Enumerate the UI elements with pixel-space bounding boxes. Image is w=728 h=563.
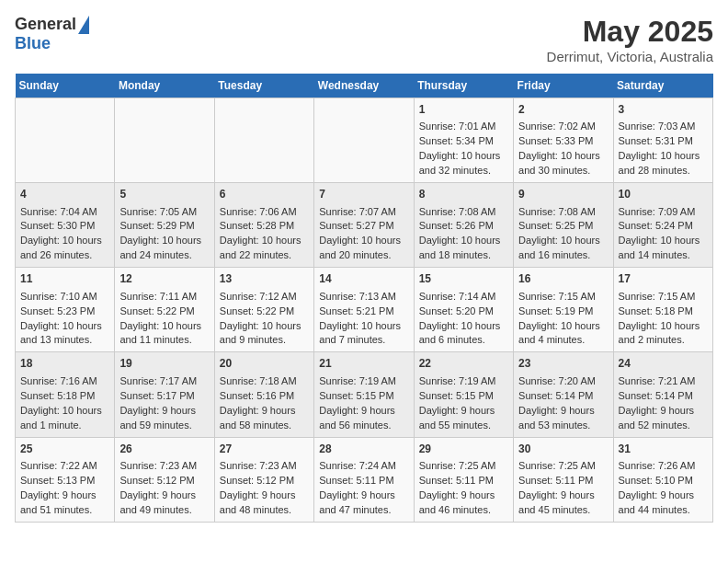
day-info: Sunset: 5:23 PM	[20, 304, 109, 319]
day-info: Sunset: 5:10 PM	[619, 474, 708, 488]
day-info: and 30 minutes.	[518, 164, 608, 178]
day-info: Sunset: 5:11 PM	[419, 474, 508, 488]
day-info: and 53 minutes.	[518, 419, 608, 433]
calendar-cell: 30Sunrise: 7:25 AMSunset: 5:11 PMDayligh…	[514, 437, 613, 522]
day-info: Sunset: 5:31 PM	[619, 134, 708, 149]
day-info: and 16 minutes.	[518, 248, 608, 263]
day-number: 6	[220, 187, 309, 202]
day-number: 18	[20, 356, 109, 372]
day-number: 21	[319, 356, 408, 372]
day-info: Sunrise: 7:09 AM	[619, 205, 708, 220]
day-number: 2	[518, 102, 608, 118]
day-info: Daylight: 9 hours	[518, 404, 608, 419]
calendar-cell: 19Sunrise: 7:17 AMSunset: 5:17 PMDayligh…	[115, 352, 214, 437]
day-number: 29	[419, 442, 508, 457]
day-info: Sunrise: 7:06 AM	[220, 205, 309, 220]
day-info: Sunrise: 7:22 AM	[20, 459, 109, 474]
calendar-cell: 27Sunrise: 7:23 AMSunset: 5:12 PMDayligh…	[214, 437, 313, 522]
day-info: Sunrise: 7:13 AM	[319, 290, 408, 304]
day-info: Sunset: 5:12 PM	[119, 474, 209, 488]
day-number: 23	[518, 356, 608, 372]
day-info: and 2 minutes.	[619, 333, 708, 348]
day-info: and 7 minutes.	[319, 333, 408, 348]
day-info: Daylight: 10 hours	[119, 234, 209, 248]
calendar-cell: 17Sunrise: 7:15 AMSunset: 5:18 PMDayligh…	[613, 268, 712, 352]
day-info: Sunrise: 7:10 AM	[20, 290, 109, 304]
day-info: Sunset: 5:26 PM	[419, 219, 508, 234]
calendar-cell: 6Sunrise: 7:06 AMSunset: 5:28 PMDaylight…	[214, 183, 313, 268]
day-info: Daylight: 10 hours	[319, 319, 408, 334]
day-info: and 4 minutes.	[518, 333, 608, 348]
day-info: Sunrise: 7:16 AM	[20, 374, 109, 389]
day-number: 11	[20, 271, 109, 287]
day-info: Daylight: 10 hours	[419, 149, 508, 164]
day-info: Daylight: 10 hours	[518, 319, 608, 334]
day-info: Sunrise: 7:07 AM	[319, 205, 408, 220]
calendar-cell: 10Sunrise: 7:09 AMSunset: 5:24 PMDayligh…	[613, 183, 712, 268]
day-info: Sunset: 5:33 PM	[518, 134, 608, 149]
calendar-day-header: Thursday	[414, 74, 513, 98]
calendar-cell: 14Sunrise: 7:13 AMSunset: 5:21 PMDayligh…	[314, 268, 414, 352]
day-info: Sunset: 5:18 PM	[619, 304, 708, 319]
day-info: Sunrise: 7:25 AM	[518, 459, 608, 474]
day-info: Sunset: 5:34 PM	[419, 134, 508, 149]
day-info: Sunrise: 7:19 AM	[319, 374, 408, 389]
day-info: and 56 minutes.	[319, 419, 408, 433]
day-number: 17	[619, 271, 708, 287]
day-info: Daylight: 10 hours	[619, 234, 708, 248]
day-info: and 49 minutes.	[119, 503, 209, 518]
calendar-day-header: Wednesday	[314, 74, 414, 98]
calendar-cell	[115, 98, 214, 183]
day-number: 24	[619, 356, 708, 372]
calendar-cell: 2Sunrise: 7:02 AMSunset: 5:33 PMDaylight…	[514, 98, 613, 183]
day-info: Sunset: 5:25 PM	[518, 219, 608, 234]
day-info: Sunset: 5:24 PM	[619, 219, 708, 234]
day-number: 20	[220, 356, 309, 372]
day-info: Daylight: 10 hours	[518, 149, 608, 164]
calendar-cell: 23Sunrise: 7:20 AMSunset: 5:14 PMDayligh…	[514, 352, 613, 437]
calendar-cell: 24Sunrise: 7:21 AMSunset: 5:14 PMDayligh…	[613, 352, 712, 437]
day-info: Daylight: 10 hours	[220, 234, 309, 248]
logo-triangle-icon	[78, 16, 89, 34]
day-info: Sunset: 5:21 PM	[319, 304, 408, 319]
day-info: Sunset: 5:27 PM	[319, 219, 408, 234]
day-info: Daylight: 10 hours	[220, 319, 309, 334]
day-info: Sunrise: 7:01 AM	[419, 120, 508, 134]
calendar-week-row: 18Sunrise: 7:16 AMSunset: 5:18 PMDayligh…	[16, 352, 713, 437]
logo-general: General	[15, 15, 76, 34]
day-info: Daylight: 9 hours	[20, 488, 109, 503]
day-info: Sunset: 5:13 PM	[20, 474, 109, 488]
calendar-cell: 26Sunrise: 7:23 AMSunset: 5:12 PMDayligh…	[115, 437, 214, 522]
day-number: 31	[619, 442, 708, 457]
day-number: 4	[20, 187, 109, 202]
day-info: Sunrise: 7:18 AM	[220, 374, 309, 389]
calendar-cell: 7Sunrise: 7:07 AMSunset: 5:27 PMDaylight…	[314, 183, 414, 268]
day-info: Sunset: 5:14 PM	[619, 389, 708, 404]
page-title: May 2025	[547, 15, 713, 49]
day-info: Sunset: 5:12 PM	[220, 474, 309, 488]
day-info: and 18 minutes.	[419, 248, 508, 263]
day-info: Sunrise: 7:03 AM	[619, 120, 708, 134]
logo: General Blue	[15, 15, 89, 53]
calendar-cell: 12Sunrise: 7:11 AMSunset: 5:22 PMDayligh…	[115, 268, 214, 352]
day-info: Daylight: 9 hours	[119, 488, 209, 503]
day-info: and 44 minutes.	[619, 503, 708, 518]
day-info: Sunset: 5:20 PM	[419, 304, 508, 319]
day-info: Sunrise: 7:19 AM	[419, 374, 508, 389]
day-info: Daylight: 9 hours	[119, 404, 209, 419]
day-number: 28	[319, 442, 408, 457]
calendar-cell: 5Sunrise: 7:05 AMSunset: 5:29 PMDaylight…	[115, 183, 214, 268]
day-info: Daylight: 10 hours	[619, 319, 708, 334]
day-info: Sunset: 5:11 PM	[319, 474, 408, 488]
calendar-day-header: Tuesday	[214, 74, 313, 98]
day-info: Daylight: 9 hours	[419, 404, 508, 419]
day-info: and 55 minutes.	[419, 419, 508, 433]
calendar-day-header: Saturday	[613, 74, 712, 98]
day-info: Sunset: 5:17 PM	[119, 389, 209, 404]
day-info: and 58 minutes.	[220, 419, 309, 433]
day-info: Sunrise: 7:21 AM	[619, 374, 708, 389]
calendar-day-header: Sunday	[16, 74, 115, 98]
day-info: Daylight: 10 hours	[119, 319, 209, 334]
day-number: 14	[319, 271, 408, 287]
day-info: and 59 minutes.	[119, 419, 209, 433]
